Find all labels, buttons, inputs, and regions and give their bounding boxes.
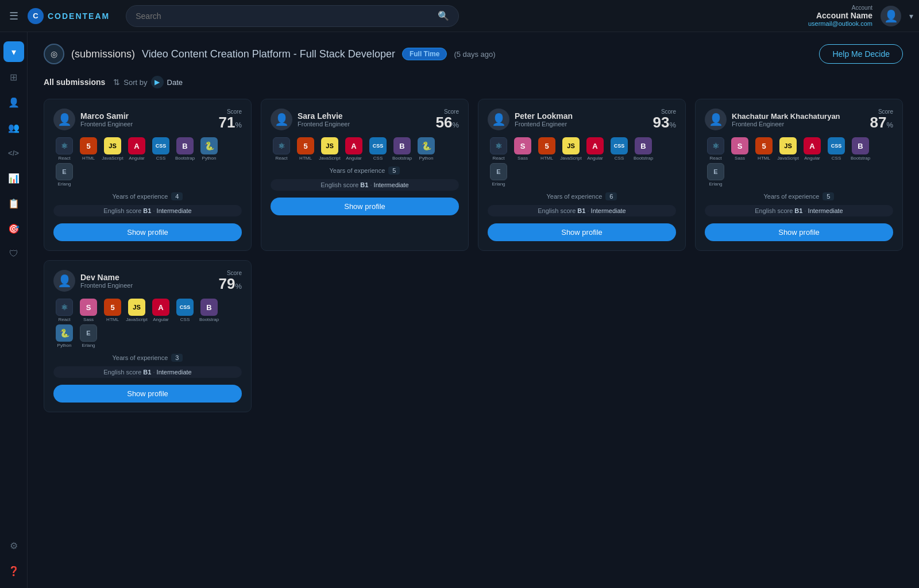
tech-bootstrap: B Bootstrap bbox=[391, 137, 413, 161]
candidate-card[interactable]: 👤 Marco Samir Frontend Engineer Score 71… bbox=[44, 99, 252, 251]
main-content: ◎ (submissions) Video Content Creation P… bbox=[28, 32, 919, 588]
all-submissions-label: All submissions bbox=[44, 78, 105, 87]
candidate-role: Frontend Engineer bbox=[80, 121, 133, 127]
sidebar-item-help[interactable]: ❓ bbox=[3, 560, 24, 581]
show-profile-button[interactable]: Show profile bbox=[705, 223, 893, 241]
page-icon: ◎ bbox=[44, 44, 64, 64]
tech-html: 5 HTML bbox=[536, 137, 558, 161]
tech-css: CSS CSS bbox=[825, 137, 847, 161]
tech-js: JS JavaScript bbox=[126, 299, 148, 322]
tech-sass: S Sass bbox=[729, 137, 751, 161]
show-profile-button[interactable]: Show profile bbox=[53, 385, 242, 403]
english-score: English score B1 · Intermediate bbox=[53, 205, 242, 216]
tech-react: ⚛ React bbox=[488, 137, 509, 161]
years-of-experience: Years of experience 5 bbox=[705, 192, 893, 200]
app-name: CODENTEAM bbox=[48, 11, 110, 21]
tech-bootstrap: B Bootstrap bbox=[198, 299, 220, 322]
tech-css: CSS CSS bbox=[174, 299, 196, 322]
sidebar-item-tasks[interactable]: 📋 bbox=[3, 193, 24, 214]
tech-js: JS JavaScript bbox=[319, 137, 341, 161]
english-score: English score B1 · Intermediate bbox=[53, 366, 242, 378]
score-value: 79 bbox=[219, 275, 235, 292]
tech-python: 🐍 Python bbox=[415, 137, 437, 161]
score-value: 71 bbox=[219, 114, 235, 131]
account-email: usermail@outlook.com bbox=[808, 20, 872, 27]
candidate-name: Khachatur Mark Khachaturyan bbox=[732, 112, 840, 121]
sidebar-item-settings[interactable]: ⚙ bbox=[3, 535, 24, 556]
candidate-name: Peter Lookman bbox=[515, 111, 573, 121]
candidate-card[interactable]: 👤 Dev Name Frontend Engineer Score 79% ⚛ bbox=[44, 260, 252, 412]
english-score: English score B1 · Intermediate bbox=[705, 205, 893, 216]
tech-angular: A Angular bbox=[584, 137, 606, 161]
tech-python: 🐍 Python bbox=[53, 324, 75, 348]
job-title: Video Content Creation Platform - Full S… bbox=[142, 48, 395, 60]
candidate-name: Marco Samir bbox=[80, 111, 133, 121]
sort-arrow-btn[interactable]: ▶ bbox=[151, 76, 164, 88]
tech-html: 5 HTML bbox=[78, 137, 99, 161]
english-score: English score B1 · Intermediate bbox=[488, 205, 676, 216]
sort-date-label: Date bbox=[167, 78, 183, 87]
tech-js: JS JavaScript bbox=[777, 137, 799, 161]
candidate-card[interactable]: 👤 Peter Lookman Frontend Engineer Score … bbox=[478, 99, 686, 251]
avatar: 👤 bbox=[488, 109, 509, 130]
years-of-experience: Years of experience 4 bbox=[53, 192, 242, 200]
candidate-card[interactable]: 👤 Sara Lehvie Frontend Engineer Score 56… bbox=[261, 99, 469, 251]
sidebar-item-dashboard[interactable]: ⊞ bbox=[3, 67, 24, 87]
submissions-label: (submissions) bbox=[71, 48, 135, 60]
avatar[interactable]: 👤 bbox=[881, 6, 901, 26]
tech-icons: ⚛ React 5 HTML JS JavaScript A Angular bbox=[53, 137, 242, 187]
candidate-name: Sara Lehvie bbox=[298, 111, 350, 121]
avatar: 👤 bbox=[53, 109, 75, 130]
show-profile-button[interactable]: Show profile bbox=[53, 223, 242, 241]
tech-html: 5 HTML bbox=[295, 137, 316, 161]
account-dropdown-icon[interactable]: ▾ bbox=[909, 11, 913, 21]
tech-angular: A Angular bbox=[343, 137, 365, 161]
candidate-card[interactable]: 👤 Khachatur Mark Khachaturyan Frontend E… bbox=[695, 99, 903, 251]
tech-react: ⚛ React bbox=[271, 137, 292, 161]
tech-css: CSS CSS bbox=[367, 137, 389, 161]
tech-react: ⚛ React bbox=[705, 137, 727, 161]
sidebar-item-team[interactable]: 👥 bbox=[3, 117, 24, 138]
sort-by-control[interactable]: ⇅ Sort by ▶ Date bbox=[113, 76, 183, 88]
candidate-name: Dev Name bbox=[80, 273, 133, 282]
tech-sass: S Sass bbox=[78, 299, 99, 322]
filter-bar: All submissions ⇅ Sort by ▶ Date bbox=[44, 76, 903, 88]
help-me-decide-button[interactable]: Help Me Decide bbox=[819, 44, 903, 64]
avatar: 👤 bbox=[705, 109, 727, 130]
show-profile-button[interactable]: Show profile bbox=[271, 198, 459, 215]
tech-erlang: E Erlang bbox=[705, 163, 727, 187]
search-bar: 🔍 bbox=[126, 5, 459, 27]
tech-bootstrap: B Bootstrap bbox=[632, 137, 654, 161]
sidebar-item-person[interactable]: 👤 bbox=[3, 92, 24, 113]
tech-react: ⚛ React bbox=[53, 137, 75, 161]
years-of-experience: Years of experience 3 bbox=[53, 354, 242, 362]
tech-erlang: E Erlang bbox=[488, 163, 509, 187]
account-info: Account Account Name usermail@outlook.co… bbox=[808, 5, 872, 27]
tech-html: 5 HTML bbox=[102, 299, 123, 322]
tech-react: ⚛ React bbox=[53, 299, 75, 322]
show-profile-button[interactable]: Show profile bbox=[488, 223, 676, 241]
sidebar-item-code[interactable]: </> bbox=[3, 142, 24, 163]
sidebar-item-dropdown[interactable]: ▾ bbox=[3, 41, 24, 62]
tech-css: CSS CSS bbox=[150, 137, 172, 161]
tech-angular: A Angular bbox=[801, 137, 823, 161]
avatar: 👤 bbox=[53, 270, 75, 292]
sidebar-item-shield[interactable]: 🛡 bbox=[3, 243, 24, 264]
candidates-grid: 👤 Marco Samir Frontend Engineer Score 71… bbox=[44, 99, 903, 251]
sidebar-item-target[interactable]: 🎯 bbox=[3, 218, 24, 239]
candidate-role: Frontend Engineer bbox=[515, 121, 573, 127]
tech-erlang: E Erlang bbox=[78, 324, 99, 348]
candidate-role: Frontend Engineer bbox=[298, 121, 350, 127]
tech-angular: A Angular bbox=[126, 137, 148, 161]
score-value: 93 bbox=[653, 114, 670, 131]
tech-html: 5 HTML bbox=[753, 137, 775, 161]
sort-by-label: Sort by bbox=[123, 78, 147, 87]
tech-sass: S Sass bbox=[512, 137, 534, 161]
tech-bootstrap: B Bootstrap bbox=[174, 137, 196, 161]
menu-icon[interactable]: ☰ bbox=[0, 0, 28, 32]
tech-css: CSS CSS bbox=[608, 137, 630, 161]
years-of-experience: Years of experience 6 bbox=[488, 192, 676, 200]
sidebar-item-chart[interactable]: 📊 bbox=[3, 168, 24, 188]
tech-js: JS JavaScript bbox=[102, 137, 123, 161]
search-input[interactable] bbox=[136, 11, 438, 21]
